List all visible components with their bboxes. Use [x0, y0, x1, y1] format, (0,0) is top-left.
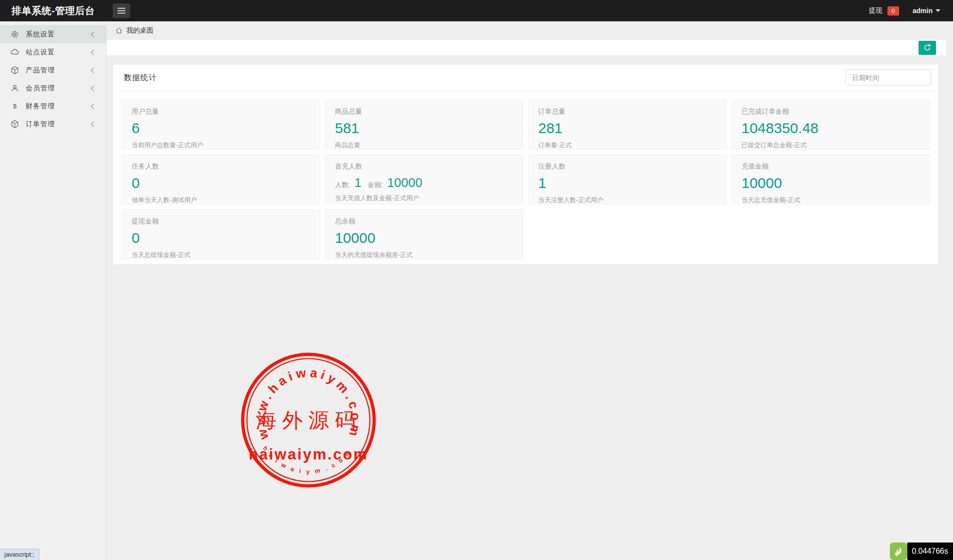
- stat-value: 6: [132, 120, 310, 137]
- stat-label: 任务人数: [132, 162, 310, 171]
- menu-toggle-button[interactable]: [113, 3, 130, 18]
- exec-time-badge[interactable]: 0.044766s: [907, 543, 953, 560]
- hamburger-icon: [118, 8, 125, 9]
- stat-desc: 订单量-正式: [538, 141, 716, 150]
- sidebar-item-member-management[interactable]: 会员管理: [0, 79, 106, 97]
- withdraw-count-badge[interactable]: 0: [887, 6, 899, 16]
- refresh-icon: [923, 43, 932, 52]
- stat-value: 10000: [742, 175, 920, 192]
- stat-card-task-users: 任务人数 0 做单当天人数-测试用户: [121, 154, 320, 204]
- stat-desc: 当天充值人数及金额-正式用户: [335, 194, 513, 203]
- stat-card-recharge-amount: 充值金额 10000 当天总充值金额-正式: [732, 154, 930, 204]
- stat-card-first-recharge: 首充人数 人数: 1 金额: 10000 当天充值人数及金额-正式用户: [325, 154, 524, 204]
- withdraw-link[interactable]: 提现: [869, 6, 883, 15]
- stat-value: 281: [538, 120, 716, 137]
- dollar-icon: $: [10, 102, 19, 111]
- sidebar-item-label: 系统设置: [26, 30, 92, 39]
- breadcrumb: 我的桌面: [107, 21, 953, 40]
- user-menu[interactable]: admin: [913, 7, 940, 15]
- home-icon: [115, 27, 123, 34]
- stat-label: 注册人数: [538, 162, 716, 171]
- stat-value: 1048350.48: [742, 120, 920, 137]
- topbar-right: 提现 0 admin: [869, 6, 953, 16]
- chevron-down-icon: [936, 9, 940, 12]
- username: admin: [913, 7, 933, 15]
- sidebar-item-label: 财务管理: [26, 102, 92, 111]
- chevron-left-icon: [91, 32, 96, 37]
- cube-icon: [10, 66, 19, 75]
- exec-time-widget: 0.044766s: [890, 543, 953, 560]
- toolbar: [107, 40, 946, 55]
- page: 排单系统-管理后台 提现 0 admin 系统设置 站点设置: [0, 0, 953, 560]
- stat-desc: 商品总量: [335, 141, 513, 150]
- sidebar-item-site-settings[interactable]: 站点设置: [0, 43, 106, 61]
- stat-card-total-balance: 总余额 10000 当天的充值提现余额差-正式: [325, 209, 524, 259]
- thinkphp-logo-icon[interactable]: [890, 543, 907, 560]
- stat-desc: 当天总提现金额-正式: [132, 251, 310, 259]
- panel-title: 数据统计: [124, 65, 157, 91]
- stat-label: 提现金额: [132, 217, 310, 226]
- user-icon: [10, 84, 19, 93]
- stat-desc: 当天的充值提现余额差-正式: [335, 251, 513, 259]
- stat-label: 用户总量: [132, 107, 310, 116]
- sidebar-item-label: 站点设置: [26, 48, 92, 57]
- panel-header: 数据统计: [113, 65, 938, 91]
- chevron-left-icon: [91, 103, 96, 109]
- stat-value-mixed: 人数: 1 金额: 10000: [335, 176, 513, 190]
- breadcrumb-label: 我的桌面: [126, 26, 153, 35]
- stat-card-total-products: 商品总量 581 商品总量: [325, 100, 524, 150]
- sidebar-item-product-management[interactable]: 产品管理: [0, 61, 106, 79]
- chevron-left-icon: [91, 68, 96, 73]
- stat-value: 0: [132, 230, 310, 247]
- stat-label: 商品总量: [335, 107, 513, 116]
- main-content: 我的桌面 数据统计 用户总量 6 当前用户总数量-正式用户 商品总量 581: [107, 21, 953, 560]
- chevron-left-icon: [91, 121, 96, 127]
- app-title: 排单系统-管理后台: [0, 4, 107, 17]
- sidebar-item-order-management[interactable]: 订单管理: [0, 115, 106, 133]
- svg-text:$: $: [13, 102, 17, 110]
- stat-desc: 当天总充值金额-正式: [742, 196, 920, 204]
- sidebar: 系统设置 站点设置 产品管理 会员管理 $: [0, 21, 107, 560]
- stat-card-registered-users: 注册人数 1 当天注册人数-正式用户: [528, 154, 727, 204]
- stat-label: 订单总量: [538, 107, 716, 116]
- stat-card-total-orders: 订单总量 281 订单量-正式: [528, 100, 727, 150]
- stat-value: 10000: [335, 230, 513, 247]
- stat-sub-value: 10000: [387, 175, 422, 190]
- stat-value: 0: [132, 175, 310, 192]
- cube-icon: [10, 119, 19, 129]
- stat-sub-label: 人数:: [335, 181, 351, 188]
- stat-sub-value: 1: [355, 175, 361, 190]
- stat-desc: 当天注册人数-正式用户: [538, 196, 716, 204]
- refresh-button[interactable]: [919, 41, 936, 55]
- stats-grid: 用户总量 6 当前用户总数量-正式用户 商品总量 581 商品总量 订单总量 2…: [113, 91, 938, 264]
- stat-card-total-users: 用户总量 6 当前用户总数量-正式用户: [121, 100, 320, 150]
- stat-label: 总余额: [335, 217, 513, 226]
- sidebar-item-label: 订单管理: [26, 120, 92, 129]
- stat-value: 1: [538, 175, 716, 192]
- stat-sub-label: 金额:: [368, 181, 383, 188]
- chevron-left-icon: [91, 50, 96, 55]
- stat-label: 首充人数: [335, 162, 513, 171]
- stat-desc: 当前用户总数量-正式用户: [132, 141, 310, 150]
- status-link-hint: javascript:;: [0, 549, 39, 560]
- sidebar-item-label: 会员管理: [26, 84, 92, 93]
- stat-label: 已完成订单金额: [742, 107, 920, 116]
- stat-desc: 已提交订单总金额-正式: [742, 141, 920, 150]
- sidebar-item-label: 产品管理: [26, 66, 92, 75]
- date-time-input[interactable]: [846, 69, 931, 85]
- stat-value: 581: [335, 120, 513, 137]
- chevron-left-icon: [91, 85, 96, 91]
- sidebar-item-system-settings[interactable]: 系统设置: [0, 25, 106, 43]
- data-statistics-panel: 数据统计 用户总量 6 当前用户总数量-正式用户 商品总量 581 商品总量 订…: [113, 65, 938, 264]
- cloud-icon: [10, 48, 19, 57]
- gear-icon: [10, 30, 19, 39]
- sidebar-item-finance-management[interactable]: $ 财务管理: [0, 97, 106, 115]
- stat-card-withdraw-amount: 提现金额 0 当天总提现金额-正式: [121, 209, 320, 259]
- stat-label: 充值金额: [742, 162, 920, 171]
- stat-card-completed-order-amount: 已完成订单金额 1048350.48 已提交订单总金额-正式: [732, 100, 930, 150]
- top-header: 排单系统-管理后台 提现 0 admin: [0, 0, 953, 21]
- stat-desc: 做单当天人数-测试用户: [132, 196, 310, 204]
